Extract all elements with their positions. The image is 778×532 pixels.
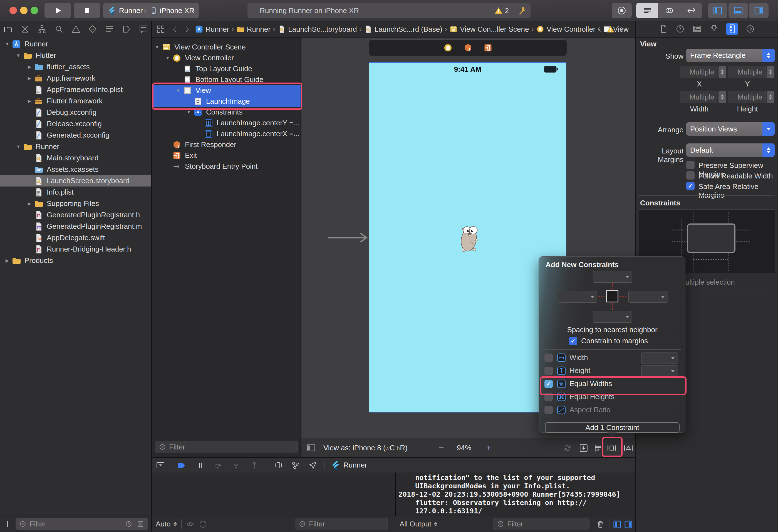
back-icon[interactable] (171, 25, 179, 33)
height-stepper[interactable] (767, 91, 774, 103)
variables-scope-popup[interactable]: Auto (156, 516, 177, 532)
item-view-controller[interactable]: ▼View Controller (152, 53, 301, 63)
item-generated-xcconfig[interactable]: Generated.xcconfig (0, 129, 152, 141)
debug-nav-navigator-tab[interactable] (105, 24, 114, 34)
standard-editor-button[interactable] (636, 3, 658, 18)
equal-widths-checkbox[interactable]: ✓ (544, 380, 553, 388)
tests-navigator-tab[interactable] (88, 24, 97, 34)
file-inspector-tab[interactable] (659, 24, 668, 34)
zoom-in-button[interactable]: + (486, 438, 491, 457)
item-products[interactable]: ▶Products (0, 255, 152, 266)
related-items-icon[interactable] (156, 24, 165, 34)
y-field[interactable]: Multiple (728, 66, 766, 78)
navigator-filter-field[interactable]: Filter (16, 518, 148, 530)
step-out-icon[interactable] (249, 461, 259, 470)
item-debug-xcconfig[interactable]: Debug.xcconfig (0, 107, 152, 118)
item-release-xcconfig[interactable]: Release.xcconfig (0, 118, 152, 129)
item-bottom-layout-guide[interactable]: Bottom Layout Guide (152, 74, 301, 85)
hide-debug-area-icon[interactable] (155, 461, 165, 470)
disclosure-triangle-icon[interactable]: ▼ (14, 144, 23, 149)
close-window-button[interactable] (9, 7, 17, 14)
first-responder-dock-icon[interactable]: 1 (463, 43, 473, 53)
step-into-icon[interactable] (231, 461, 241, 470)
run-button[interactable] (45, 3, 71, 18)
arrange-popup[interactable]: Position Views (686, 122, 775, 136)
height-value-dropdown[interactable] (641, 365, 678, 377)
stop-button[interactable] (74, 3, 100, 18)
item-flutter-framework[interactable]: ▶Flutter.framework (0, 95, 152, 107)
memory-graph-icon[interactable] (291, 461, 301, 470)
activity-viewer[interactable]: Running Runner on iPhone XR 2 (247, 3, 531, 18)
trailing-spacing-dropdown[interactable] (628, 291, 668, 303)
process-name[interactable]: Runner (343, 461, 367, 469)
quicklook-icon[interactable] (186, 520, 194, 529)
item-exit[interactable]: Exit (152, 150, 301, 161)
item-supporting-files[interactable]: ▶Supporting Files (0, 198, 152, 209)
item-storyboard-entry-point[interactable]: Storyboard Entry Point (152, 161, 301, 172)
item-appframeworkinfo-plist[interactable]: AppFrameworkInfo.plist (0, 84, 152, 95)
item-launchimage-centerx[interactable]: LaunchImage.centerX =... (152, 128, 301, 139)
disclosure-triangle-icon[interactable]: ▶ (3, 258, 12, 263)
minimize-window-button[interactable] (20, 7, 27, 14)
item-constraints[interactable]: ▼Constraints (152, 107, 301, 117)
previous-issue-icon[interactable] (596, 25, 603, 33)
connections-inspector-tab[interactable] (746, 24, 755, 34)
zoom-out-button[interactable]: − (439, 438, 444, 457)
issues-navigator-tab[interactable] (71, 24, 81, 34)
item-generatedpluginregistrant-m[interactable]: GeneratedPluginRegistrant.m (0, 221, 152, 232)
toggle-debug-area-button[interactable] (728, 3, 748, 18)
x-field[interactable]: Multiple (680, 66, 717, 78)
equal-heights-checkbox[interactable] (544, 393, 553, 401)
breadcrumb-runner[interactable]: Runner (195, 25, 229, 34)
breadcrumb-launchsc-toryboard[interactable]: LaunchSc...toryboard (278, 25, 357, 34)
attributes-inspector-tab[interactable] (709, 24, 719, 34)
item-runner-bridging-header-h[interactable]: Runner-Bridging-Header.h (0, 244, 152, 255)
width-checkbox[interactable] (544, 354, 553, 362)
item-runner[interactable]: ▼Runner (0, 38, 152, 50)
preserve-superview-margins-checkbox[interactable] (686, 161, 695, 169)
show-popup[interactable]: Frame Rectangle (686, 49, 775, 62)
zoom-level[interactable]: 94% (457, 438, 471, 457)
top-spacing-dropdown[interactable] (593, 271, 632, 283)
item-view-controller-scene[interactable]: ▼View Controller Scene (152, 42, 301, 53)
item-runner[interactable]: ▼Runner (0, 141, 152, 152)
disclosure-triangle-icon[interactable]: ▼ (184, 110, 193, 115)
item-launchscreen-storyboard[interactable]: LaunchScreen.storyboard (0, 175, 152, 186)
y-stepper[interactable] (767, 66, 774, 78)
embed-in-stack-icon[interactable] (578, 443, 589, 453)
forward-icon[interactable] (183, 25, 191, 33)
item-app-framework[interactable]: ▶App.framework (0, 73, 152, 84)
item-launchimage[interactable]: LaunchImage (152, 96, 301, 107)
console-output-popup[interactable]: All Output (400, 516, 438, 532)
item-first-responder[interactable]: 1First Responder (152, 139, 301, 150)
toggle-outline-icon[interactable] (306, 443, 316, 452)
constraint-row-aspect-ratio[interactable]: Aspect Ratio (539, 403, 686, 416)
view-debugger-icon[interactable] (273, 461, 283, 470)
toggle-navigator-button[interactable] (708, 3, 727, 18)
outline-filter-field[interactable]: Filter (155, 441, 298, 453)
width-field[interactable]: Multiple (680, 91, 717, 103)
issue-warning-icon[interactable] (607, 25, 615, 33)
version-editor-button[interactable] (680, 3, 702, 18)
constrain-to-margins-row[interactable]: ✓ Constrain to margins (569, 337, 648, 345)
align-icon[interactable] (593, 443, 603, 453)
breadcrumb-view-con-ller-scene[interactable]: View Con...ller Scene (449, 25, 529, 34)
item-flutter-assets[interactable]: ▶flutter_assets (0, 61, 152, 73)
symbols-navigator-tab[interactable] (37, 24, 47, 34)
item-flutter[interactable]: ▼Flutter (0, 50, 152, 61)
show-variables-view-icon[interactable] (613, 519, 622, 530)
top-beam-icon[interactable] (612, 283, 613, 289)
safe-area-relative-margins-checkbox[interactable]: ✓ (686, 182, 695, 190)
breadcrumb-launchsc-rd-base[interactable]: LaunchSc...rd (Base) (364, 25, 442, 34)
source-control-navigator-tab[interactable] (20, 24, 30, 34)
constraint-row-equal-widths[interactable]: ✓Equal Widths (539, 377, 686, 390)
view-as-control[interactable]: View as: iPhone 8 (wC hR) (323, 438, 408, 457)
breadcrumb-runner[interactable]: Runner (236, 25, 270, 34)
item-assets-xcassets[interactable]: Assets.xcassets (0, 164, 152, 175)
bottom-spacing-dropdown[interactable] (593, 311, 632, 323)
disclosure-triangle-icon[interactable]: ▼ (3, 42, 12, 47)
reports-navigator-tab[interactable] (139, 24, 148, 34)
width-value-dropdown[interactable] (641, 352, 678, 364)
item-main-storyboard[interactable]: Main.storyboard (0, 152, 152, 164)
add-filter-icon[interactable] (3, 520, 12, 528)
